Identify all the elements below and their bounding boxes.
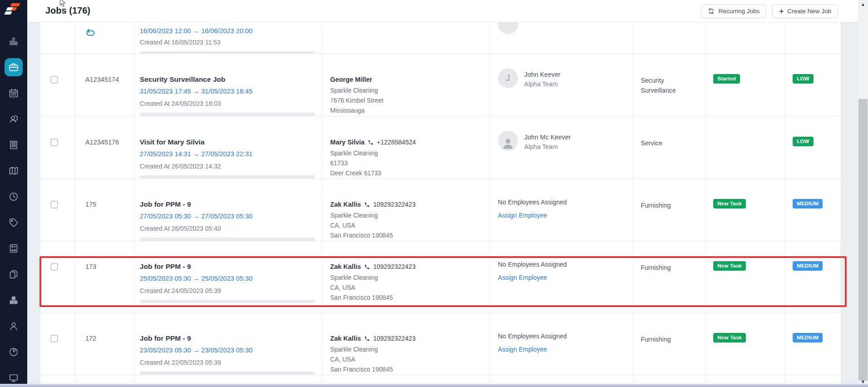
job-schedule-link[interactable]: 27/05/2023 05:30 → 27/05/2023 05:30 bbox=[140, 213, 322, 220]
status-cell: New Task bbox=[705, 179, 785, 241]
row-checkbox[interactable] bbox=[50, 201, 58, 208]
status-cell: New Task bbox=[705, 313, 785, 375]
job-progress-bar bbox=[140, 175, 315, 179]
user-icon bbox=[8, 321, 19, 332]
sidebar-item-map[interactable] bbox=[8, 165, 19, 176]
customer-address-line: Sparkle Cleaning bbox=[330, 149, 490, 159]
horizontal-scrollbar[interactable] bbox=[0, 384, 868, 387]
row-checkbox[interactable] bbox=[50, 139, 58, 146]
table-row[interactable]: 172Job for PPM - 923/05/2023 05:30 → 23/… bbox=[40, 313, 841, 375]
table-row[interactable]: A12345176Visit for Mary Silvia27/05/2023… bbox=[40, 117, 841, 179]
job-id: 172 bbox=[85, 335, 134, 342]
job-title: Security Surveillance Job bbox=[140, 76, 322, 83]
jobs-page: { "app": { "title": "Jobs (176)", "recur… bbox=[0, 0, 868, 387]
vertical-scrollbar[interactable]: ▲ ▼ bbox=[858, 0, 868, 387]
job-id-cell bbox=[75, 22, 134, 54]
customer-cell: Zak Kallis109292322423Sparkle CleaningCA… bbox=[322, 241, 490, 313]
no-employees-text: No Employees Assigned bbox=[498, 261, 633, 268]
job-id-cell: 173 bbox=[75, 241, 134, 313]
no-employees-text: No Employees Assigned bbox=[498, 333, 633, 340]
logo-slat bbox=[4, 11, 12, 15]
priority-badge: MEDIUM bbox=[793, 333, 823, 342]
table-row[interactable]: 173Job for PPM - 925/05/2023 05:30 → 25/… bbox=[40, 241, 841, 313]
job-title: Job for PPM - 9 bbox=[140, 335, 322, 342]
row-checkbox[interactable] bbox=[50, 263, 58, 271]
service-cell: Furnishing bbox=[633, 179, 705, 241]
sidebar-item-calculator[interactable] bbox=[8, 243, 19, 254]
sidebar-item-briefcase[interactable] bbox=[8, 62, 19, 73]
priority-cell bbox=[785, 22, 841, 54]
sidebar-item-clock[interactable] bbox=[8, 191, 19, 202]
job-id: A12345176 bbox=[85, 139, 134, 146]
customer-address-line: 7676 Kimbel Street bbox=[330, 96, 490, 106]
customer-phone: 109292322423 bbox=[373, 335, 415, 342]
row-checkbox[interactable] bbox=[50, 335, 58, 342]
sidebar-item-user[interactable] bbox=[8, 321, 19, 332]
row-checkbox[interactable] bbox=[50, 76, 58, 84]
customer-name: George Miller bbox=[330, 76, 372, 83]
employee-avatar bbox=[498, 22, 518, 34]
sidebar-item-tag[interactable] bbox=[8, 217, 19, 228]
service-type: Furnishing bbox=[641, 201, 699, 211]
job-id: A12345174 bbox=[85, 76, 134, 83]
service-type: Furnishing bbox=[641, 263, 699, 273]
assigned-employee: JJohn KeeverAlpha Team bbox=[498, 68, 633, 88]
customer-phone: 109292322423 bbox=[373, 263, 415, 270]
customer-address-line: San Francisco 190845 bbox=[330, 231, 490, 241]
service-cell: Security Surveillance bbox=[633, 54, 705, 116]
sidebar-item-calendar[interactable] bbox=[8, 88, 19, 99]
job-id: 173 bbox=[85, 263, 134, 270]
job-created-at: Created At 26/05/2023 05:40 bbox=[140, 225, 322, 232]
service-cell bbox=[633, 22, 705, 54]
sidebar-item-documents[interactable] bbox=[8, 269, 19, 280]
employee-name: John Mc Keever bbox=[524, 133, 571, 141]
customer-name: Zak Kallis bbox=[330, 335, 361, 342]
sidebar-item-customers[interactable] bbox=[8, 114, 19, 124]
status-badge: New Task bbox=[713, 333, 746, 342]
sidebar-item-bar-chart[interactable] bbox=[8, 36, 19, 47]
customer-address-line: CA, USA bbox=[330, 221, 490, 231]
job-id: 175 bbox=[85, 201, 134, 208]
jobs-table: 16/06/2023 12:00 → 16/06/2023 20:00Creat… bbox=[40, 22, 841, 387]
recurring-jobs-button[interactable]: Recurring Jobs bbox=[701, 4, 766, 18]
table-row[interactable]: A12345174Security Surveillance Job31/05/… bbox=[40, 54, 841, 117]
assign-employee-link[interactable]: Assign Employee bbox=[498, 346, 547, 353]
job-progress-bar bbox=[140, 372, 315, 375]
job-schedule-link[interactable]: 31/05/2023 17:45 → 31/05/2023 18:45 bbox=[140, 88, 322, 95]
priority-badge: MEDIUM bbox=[793, 261, 823, 271]
job-details-cell: Job for PPM - 925/05/2023 05:30 → 25/05/… bbox=[134, 241, 323, 313]
scroll-up-arrow[interactable]: ▲ bbox=[858, 2, 868, 7]
sidebar-item-monitor[interactable] bbox=[8, 372, 19, 383]
customer-address-line: Mississauga bbox=[330, 106, 490, 116]
clock-icon bbox=[8, 191, 19, 202]
scrollbar-thumb[interactable] bbox=[858, 99, 868, 381]
assign-employee-link[interactable]: Assign Employee bbox=[498, 212, 547, 219]
logo-slat bbox=[10, 3, 20, 6]
sidebar-item-building[interactable] bbox=[8, 139, 19, 150]
create-new-job-button[interactable]: + Create New Job bbox=[772, 4, 838, 18]
job-schedule-link[interactable]: 23/05/2023 05:30 → 23/05/2023 05:30 bbox=[140, 347, 322, 354]
customer-address-line: San Francisco 190845 bbox=[330, 365, 490, 375]
service-type: Service bbox=[641, 139, 699, 149]
job-details-cell: Security Surveillance Job31/05/2023 17:4… bbox=[134, 54, 323, 116]
job-schedule-link[interactable]: 16/06/2023 12:00 → 16/06/2023 20:00 bbox=[140, 28, 322, 35]
calculator-icon bbox=[8, 243, 19, 254]
sidebar-item-cubes[interactable] bbox=[8, 295, 19, 306]
job-id-cell: A12345176 bbox=[75, 117, 134, 179]
app-logo[interactable] bbox=[5, 3, 23, 19]
pie-chart-icon bbox=[8, 347, 19, 357]
job-schedule-link[interactable]: 25/05/2023 05:30 → 25/05/2023 05:30 bbox=[140, 275, 322, 282]
job-schedule-link[interactable]: 27/05/2023 14:31 → 27/05/2023 22:31 bbox=[140, 151, 322, 158]
table-row[interactable]: 175Job for PPM - 927/05/2023 05:30 → 27/… bbox=[40, 179, 841, 241]
assign-employee-link[interactable]: Assign Employee bbox=[498, 274, 547, 281]
customer-name-line: Mary Silvia+1228584524 bbox=[330, 139, 490, 146]
employee-cell bbox=[490, 22, 633, 54]
employee-text: John Mc KeeverAlpha Team bbox=[524, 131, 571, 151]
logo-slat bbox=[6, 7, 17, 10]
priority-cell: LOW bbox=[785, 54, 841, 116]
sidebar-item-pie-chart[interactable] bbox=[8, 347, 19, 357]
job-created-at: Created At 26/05/2023 14:32 bbox=[140, 163, 322, 169]
status-cell: Started bbox=[705, 54, 785, 116]
job-details-cell: Job for PPM - 923/05/2023 05:30 → 23/05/… bbox=[134, 313, 323, 375]
table-row[interactable]: 16/06/2023 12:00 → 16/06/2023 20:00Creat… bbox=[40, 22, 841, 54]
